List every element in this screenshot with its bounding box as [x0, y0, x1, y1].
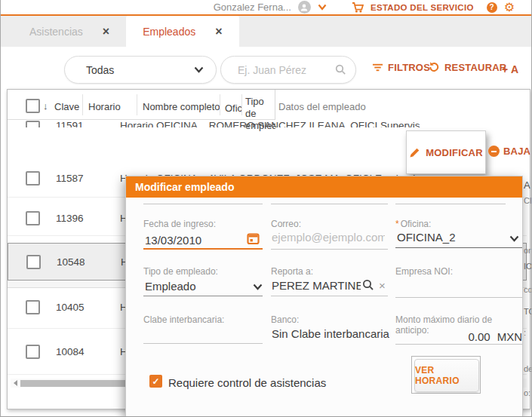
add-label: + A: [502, 63, 518, 75]
row-clave: 10405: [56, 302, 94, 313]
row-checkbox[interactable]: [26, 121, 40, 127]
row-checkbox[interactable]: [26, 300, 40, 314]
chevron-down-icon[interactable]: [509, 235, 519, 242]
row-checkbox[interactable]: [26, 345, 40, 359]
row-clave: 11587: [56, 173, 94, 184]
minus-circle-icon: [488, 146, 500, 157]
row-clave: 10084: [56, 346, 94, 357]
chevron-down-icon: [194, 66, 204, 73]
chevron-down-icon[interactable]: [318, 4, 327, 11]
col-datos[interactable]: Datos del empleado: [278, 101, 366, 112]
close-icon[interactable]: ×: [215, 26, 222, 37]
filters-button[interactable]: FILTROS: [372, 62, 430, 73]
cart-icon[interactable]: [352, 2, 364, 13]
modify-employee-modal: Modificar empleado Fecha de ingreso: 13/…: [125, 176, 523, 417]
row-checkbox[interactable]: [26, 211, 40, 225]
empresa-label: Empresa NOI:: [395, 266, 453, 277]
tab-asistencias[interactable]: Asistencias ×: [13, 16, 126, 47]
covered-text-fragment: TO: [524, 307, 532, 316]
covered-text-fragment: or: [524, 246, 531, 255]
row-checkbox[interactable]: [26, 171, 40, 186]
select-all-checkbox[interactable]: [26, 99, 40, 113]
row-clave: 11591: [56, 120, 94, 127]
modal-header[interactable]: Modificar empleado: [126, 176, 522, 198]
restore-button[interactable]: RESTAURAR: [428, 61, 506, 73]
avatar[interactable]: [298, 1, 311, 14]
covered-text-fragment: A: [524, 179, 530, 191]
search-box: [220, 56, 356, 84]
monto-value[interactable]: 0.00: [468, 330, 490, 343]
help-icon[interactable]: ?: [487, 2, 497, 13]
tab-asistencias-label: Asistencias: [29, 26, 83, 38]
row-checkbox[interactable]: [26, 255, 41, 269]
empresa-input[interactable]: [395, 297, 522, 298]
fecha-label: Fecha de ingreso:: [143, 219, 216, 229]
tipo-label: Tipo de empleado:: [143, 266, 218, 277]
covered-text-fragment: co: [524, 285, 532, 294]
asistencias-checkbox-label[interactable]: Requiere control de asistencias: [168, 376, 326, 389]
covered-text-fragment: :: [524, 328, 526, 337]
modify-label: MODIFICAR: [426, 147, 482, 158]
oficina-label: Oficina:: [401, 219, 432, 229]
check-icon: ✓: [152, 376, 159, 387]
service-status-link[interactable]: ESTADO DEL SERVICIO: [371, 3, 474, 12]
close-icon[interactable]: ×: [103, 26, 109, 37]
asistencias-checkbox[interactable]: ✓: [149, 375, 162, 388]
app-window: Gonzalez Ferna... ESTADO DEL SERVICIO ? …: [0, 0, 532, 417]
person-icon: [299, 2, 309, 13]
clear-icon[interactable]: ×: [379, 279, 386, 292]
clabe-label: Clabe interbancaria:: [143, 314, 224, 325]
covered-text-fragment: IO: [524, 262, 532, 271]
row-detail: Horario OFICINA, ROMERO SANCHEZ ILEANA O…: [120, 120, 420, 127]
reporta-label: Reporta a:: [271, 266, 313, 277]
filter-icon: [372, 62, 383, 73]
search-icon[interactable]: [362, 279, 374, 291]
covered-text-fragment: Cla: [524, 196, 532, 205]
search-icon: [335, 64, 346, 75]
covered-text-fragment: o:: [524, 388, 530, 397]
filters-label: FILTROS: [388, 62, 430, 73]
calendar-icon[interactable]: [247, 232, 260, 245]
ver-horario-label: VER HORARIO: [415, 365, 478, 386]
ver-horario-button-outline: VER HORARIO: [411, 356, 481, 394]
col-oficina[interactable]: Oficin: [225, 103, 241, 114]
row-clave: 10548: [57, 256, 94, 268]
fecha-value[interactable]: 13/03/2010: [145, 234, 201, 247]
user-name[interactable]: Gonzalez Ferna...: [214, 2, 291, 13]
col-clave[interactable]: Clave: [54, 101, 79, 112]
clabe-input[interactable]: [143, 343, 263, 344]
ver-horario-button[interactable]: VER HORARIO: [414, 359, 479, 392]
tab-empleados[interactable]: Empleados ×: [126, 16, 238, 47]
modify-button[interactable]: MODIFICAR: [406, 130, 486, 174]
top-header: Gonzalez Ferna... ESTADO DEL SERVICIO ? …: [1, 0, 532, 14]
row-clave: 11396: [56, 213, 94, 224]
covered-text-fragment: de: [524, 364, 532, 373]
chevron-down-icon[interactable]: [253, 284, 263, 290]
add-button[interactable]: + A: [502, 63, 518, 76]
gear-icon[interactable]: ⚙: [504, 2, 515, 13]
reporta-value[interactable]: PEREZ MARTINEZ LA: [272, 279, 361, 292]
search-input[interactable]: [238, 64, 328, 76]
tab-empleados-label: Empleados: [143, 26, 195, 38]
col-horario[interactable]: Horario: [88, 101, 121, 112]
restore-label: RESTAURAR: [444, 62, 506, 73]
scroll-left-arrow[interactable]: [14, 380, 17, 386]
modal-title: Modificar empleado: [135, 181, 234, 193]
remove-button[interactable]: BAJA: [488, 146, 530, 157]
banco-value: Sin Clabe interbancaria: [272, 327, 389, 340]
pencil-icon: [409, 147, 420, 158]
tipo-select-value[interactable]: Empleado: [145, 280, 196, 293]
correo-input[interactable]: [272, 231, 385, 244]
remove-label: BAJA: [503, 146, 530, 157]
office-filter-value: Todas: [86, 64, 114, 76]
banco-label: Banco:: [271, 314, 299, 325]
restore-icon: [428, 61, 440, 73]
sort-desc-icon[interactable]: ↓: [43, 100, 48, 112]
col-nombre[interactable]: Nombre completo: [143, 101, 220, 112]
monto-currency: MXN: [497, 330, 522, 343]
required-asterisk: *: [395, 219, 399, 229]
office-filter-select[interactable]: Todas: [64, 56, 217, 84]
tab-bar: Asistencias × Empleados ×: [1, 16, 532, 47]
table-row[interactable]: 11591 Horario OFICINA, ROMERO SANCHEZ IL…: [8, 118, 460, 127]
oficina-select-value[interactable]: OFICINA_2: [397, 231, 456, 244]
